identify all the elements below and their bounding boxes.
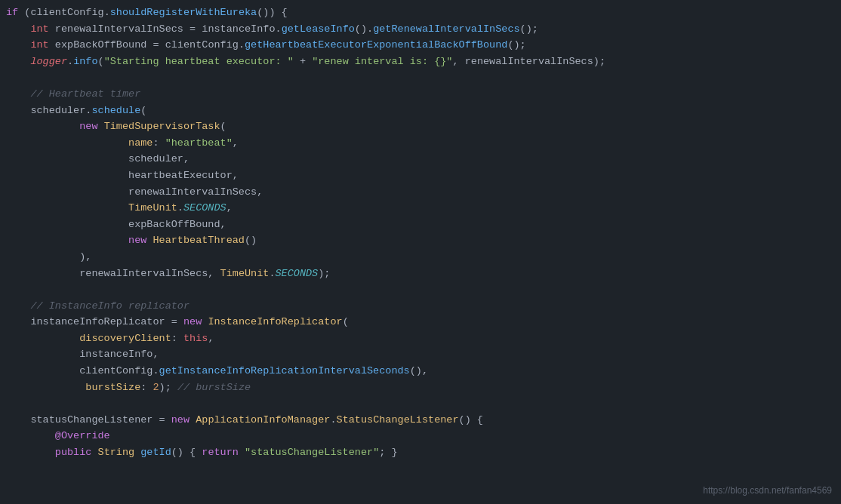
code-line-6: // Heartbeat timer — [6, 86, 832, 103]
code-line-11: heartbeatExecutor, — [6, 167, 832, 184]
code-line-10: scheduler, — [6, 151, 832, 167]
code-line-4: logger.info("Starting heartbeat executor… — [6, 54, 832, 70]
code-line-23: clientConfig.getInstanceInfoReplicationI… — [6, 363, 832, 380]
code-line-15: new HeartbeatThread() — [6, 232, 832, 249]
code-line-24: burstSize: 2); // burstSize — [6, 380, 832, 396]
code-line-18 — [6, 281, 832, 298]
code-line-25 — [6, 395, 832, 412]
code-line-3: int expBackOffBound = clientConfig.getHe… — [6, 37, 832, 54]
code-line-22: instanceInfo, — [6, 346, 832, 363]
code-viewer: if (clientConfig.shouldRegisterWithEurek… — [0, 0, 841, 504]
code-line-19: // InstanceInfo replicator — [6, 298, 832, 315]
code-line-16: ), — [6, 249, 832, 266]
code-line-9: name: "heartbeat", — [6, 135, 832, 152]
code-line-1: if (clientConfig.shouldRegisterWithEurek… — [6, 5, 832, 21]
code-line-20: instanceInfoReplicator = new InstanceInf… — [6, 314, 832, 330]
code-line-12: renewalIntervalInSecs, — [6, 184, 832, 201]
code-line-28: public String getId() { return "statusCh… — [6, 444, 832, 461]
code-line-14: expBackOffBound, — [6, 217, 832, 233]
code-line-8: new TimedSupervisorTask( — [6, 118, 832, 135]
code-line-7: scheduler.schedule( — [6, 103, 832, 119]
code-line-27: @Override — [6, 428, 832, 444]
code-line-26: statusChangeListener = new ApplicationIn… — [6, 412, 832, 429]
code-line-5 — [6, 69, 832, 86]
code-line-2: int renewalIntervalInSecs = instanceInfo… — [6, 21, 832, 38]
code-line-17: renewalIntervalInSecs, TimeUnit.SECONDS)… — [6, 266, 832, 282]
code-line-13: TimeUnit.SECONDS, — [6, 200, 832, 217]
code-line-21: discoveryClient: this, — [6, 330, 832, 347]
watermark: https://blog.csdn.net/fanfan4569 — [703, 484, 832, 498]
